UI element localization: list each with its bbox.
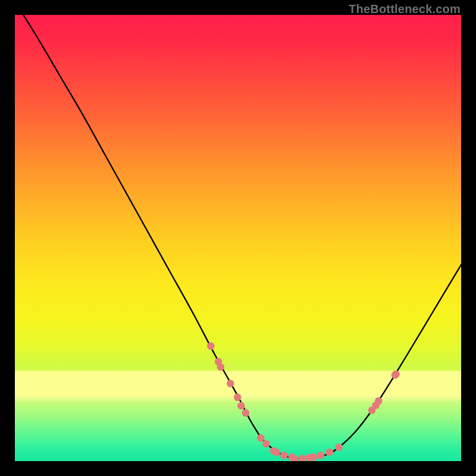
- curve-marker: [227, 380, 234, 387]
- watermark-text: TheBottleneck.com: [349, 2, 461, 16]
- curve-marker: [317, 452, 324, 459]
- curve-marker: [299, 455, 306, 461]
- curve-marker: [237, 402, 245, 410]
- curve-svg: [15, 15, 461, 461]
- curve-marker: [335, 443, 343, 451]
- curve-marker: [242, 409, 249, 417]
- curve-marker: [257, 434, 265, 442]
- curve-marker: [234, 393, 242, 401]
- bottleneck-curve: [15, 15, 461, 459]
- curve-markers: [207, 342, 400, 461]
- curve-marker: [207, 342, 215, 350]
- chart-container: TheBottleneck.com: [0, 0, 476, 476]
- curve-marker: [325, 449, 333, 456]
- curve-marker: [217, 363, 224, 371]
- curve-marker: [273, 449, 280, 456]
- curve-marker: [280, 452, 288, 459]
- curve-marker: [309, 453, 317, 461]
- plot-area: [15, 15, 461, 461]
- curve-marker: [392, 370, 400, 378]
- curve-marker: [375, 397, 383, 405]
- curve-marker: [262, 440, 270, 447]
